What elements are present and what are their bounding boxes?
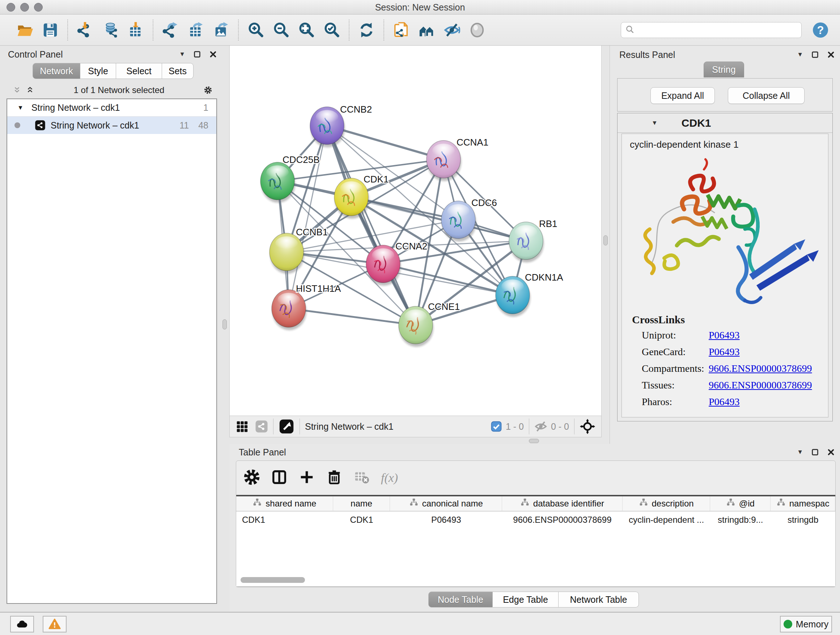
tab-node-table[interactable]: Node Table xyxy=(428,592,493,608)
zoom-selected-button[interactable] xyxy=(322,21,341,40)
collapse-panel-icon[interactable]: ▼ xyxy=(797,448,803,456)
tab-select[interactable]: Select xyxy=(116,63,162,79)
section-expander-icon[interactable]: ▼ xyxy=(652,119,658,127)
expand-all-networks-icon[interactable] xyxy=(13,86,21,94)
memory-button[interactable]: Memory xyxy=(780,616,832,632)
edge[interactable] xyxy=(289,126,327,309)
control-panel-tabs: Network Style Select Sets xyxy=(33,63,194,79)
zoom-fit-button[interactable] xyxy=(297,21,316,40)
edge[interactable] xyxy=(351,197,526,241)
tab-sets[interactable]: Sets xyxy=(162,63,194,79)
selected-counts: 1 - 0 xyxy=(506,421,524,432)
crosslink-value-link[interactable]: 9606.ENSP00000378699 xyxy=(709,363,812,374)
tab-string[interactable]: String xyxy=(704,62,744,78)
float-panel-icon[interactable] xyxy=(811,51,819,59)
show-columns-icon[interactable] xyxy=(271,469,287,487)
share-view-icon[interactable] xyxy=(255,420,268,433)
close-panel-icon[interactable] xyxy=(827,51,835,59)
crosslink-value-link[interactable]: P06493 xyxy=(709,396,740,407)
column-header[interactable]: shared name xyxy=(236,496,333,511)
float-panel-icon[interactable] xyxy=(193,50,201,58)
apply-layout-button[interactable] xyxy=(357,21,376,40)
add-column-icon[interactable] xyxy=(298,469,315,487)
collapse-panel-icon[interactable]: ▼ xyxy=(179,51,185,58)
table-cell[interactable]: 9606.ENSP00000378699 xyxy=(502,515,622,525)
help-button[interactable]: ? xyxy=(812,21,829,39)
network-row-selected[interactable]: String Network – cdk1 11 48 xyxy=(7,117,216,134)
bottom-splitter-handle[interactable] xyxy=(529,439,539,443)
node-table[interactable]: shared namenamecanonical namedatabase id… xyxy=(236,495,835,587)
column-header[interactable]: namespac xyxy=(771,496,835,511)
network-node[interactable]: HIST1H1A xyxy=(272,283,341,327)
horizontal-scrollbar-thumb[interactable] xyxy=(240,577,305,583)
network-collection-row[interactable]: ▼ String Network – cdk1 1 xyxy=(7,99,216,117)
column-header[interactable]: @id xyxy=(710,496,771,511)
table-cell[interactable]: P06493 xyxy=(390,515,502,525)
crosslink-value-link[interactable]: 9606.ENSP00000378699 xyxy=(709,379,812,391)
search-input[interactable] xyxy=(635,25,801,35)
import-network-from-database-button[interactable] xyxy=(101,21,120,40)
grid-view-icon[interactable] xyxy=(235,420,248,433)
export-image-button[interactable] xyxy=(212,21,231,40)
gene-section-header[interactable]: ▼ CDK1 xyxy=(617,113,832,133)
table-cell[interactable]: CDK1 xyxy=(333,515,390,525)
zoom-out-button[interactable] xyxy=(272,21,291,40)
collapse-all-networks-icon[interactable] xyxy=(26,86,34,94)
column-header-label: name xyxy=(351,499,372,509)
import-table-button[interactable] xyxy=(126,21,145,40)
tab-edge-table[interactable]: Edge Table xyxy=(493,592,559,608)
tab-style[interactable]: Style xyxy=(80,63,116,79)
close-panel-icon[interactable] xyxy=(209,50,217,58)
pan-crosshair-icon[interactable] xyxy=(579,418,595,434)
save-session-button[interactable] xyxy=(41,21,60,40)
open-session-button[interactable] xyxy=(16,21,34,40)
column-header[interactable]: description xyxy=(622,496,711,511)
network-node[interactable]: CDK1 xyxy=(334,174,388,216)
zoom-in-button[interactable] xyxy=(246,21,265,40)
column-header[interactable]: canonical name xyxy=(390,496,502,511)
edge[interactable] xyxy=(289,309,416,325)
crosslink-value-link[interactable]: P06493 xyxy=(709,329,740,340)
network-node[interactable]: CCNB1 xyxy=(270,226,328,271)
close-panel-icon[interactable] xyxy=(827,448,835,456)
search-field[interactable] xyxy=(621,22,802,38)
column-header[interactable]: database identifier xyxy=(502,496,622,511)
column-header[interactable]: name xyxy=(333,496,390,511)
results-panel-title: Results Panel xyxy=(619,50,675,60)
table-cell[interactable]: stringdb:9... xyxy=(710,515,771,525)
network-node[interactable]: CDC6 xyxy=(441,197,497,239)
network-options-gear-icon[interactable] xyxy=(204,86,212,94)
right-splitter-handle[interactable] xyxy=(603,235,608,245)
network-canvas[interactable]: CCNB2 CCNA1 CDC25B CDK1 CDC6 RB1 xyxy=(229,46,602,416)
network-graph[interactable]: CCNB2 CCNA1 CDC25B CDK1 CDC6 RB1 xyxy=(230,46,602,416)
crosslink-value-link[interactable]: P06493 xyxy=(709,346,740,357)
left-splitter-handle[interactable] xyxy=(223,319,227,329)
string-document-button[interactable] xyxy=(392,21,411,40)
table-cell[interactable]: CDK1 xyxy=(236,515,333,525)
table-options-gear-icon[interactable] xyxy=(243,469,260,487)
birdseye-view-icon[interactable] xyxy=(279,418,294,434)
table-row[interactable]: CDK1CDK1P064939606.ENSP00000378699cyclin… xyxy=(236,511,835,528)
collection-expander-icon[interactable]: ▼ xyxy=(17,104,24,111)
delete-column-icon[interactable] xyxy=(326,469,343,487)
hide-selected-button[interactable] xyxy=(442,21,461,40)
collapse-all-button[interactable]: Collapse All xyxy=(728,87,805,104)
tab-network[interactable]: Network xyxy=(33,63,80,79)
network-node[interactable]: CDKN1A xyxy=(496,272,563,314)
collapse-panel-icon[interactable]: ▼ xyxy=(797,51,803,58)
houses-icon-button[interactable] xyxy=(417,21,436,40)
export-table-button[interactable] xyxy=(186,21,205,40)
cloud-status-button[interactable] xyxy=(10,616,34,632)
network-node[interactable]: RB1 xyxy=(509,218,557,260)
tab-network-table[interactable]: Network Table xyxy=(559,592,639,608)
table-cell[interactable]: cyclin-dependent ... xyxy=(622,515,711,525)
table-cell[interactable]: stringdb xyxy=(771,515,835,525)
warnings-button[interactable] xyxy=(43,616,66,632)
export-network-button[interactable] xyxy=(161,21,180,40)
float-panel-icon[interactable] xyxy=(811,448,819,456)
selected-checkbox-icon[interactable] xyxy=(491,421,502,432)
edge[interactable] xyxy=(327,126,416,325)
expand-all-button[interactable]: Expand All xyxy=(651,87,715,104)
import-network-button[interactable] xyxy=(76,21,95,40)
edge[interactable] xyxy=(327,126,444,159)
